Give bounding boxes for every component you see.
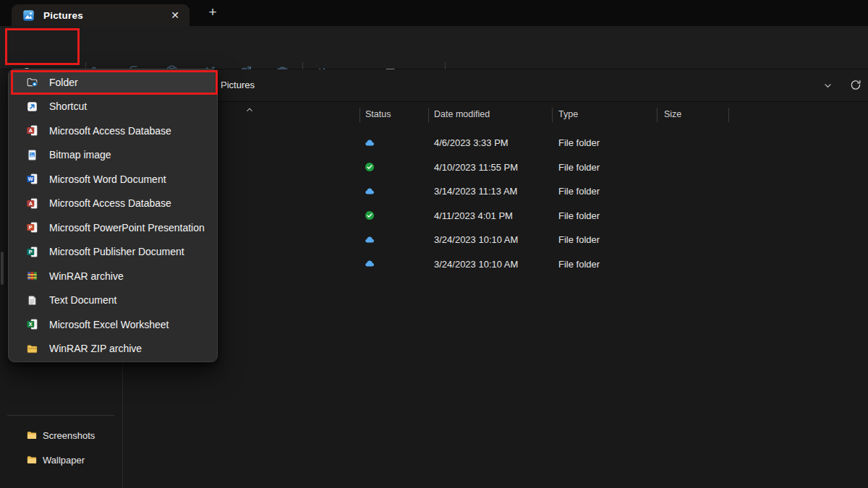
- tab-bar: Pictures ✕ +: [0, 0, 868, 26]
- refresh-icon[interactable]: [849, 79, 862, 92]
- column-divider[interactable]: [428, 108, 429, 122]
- highlight-box-new-button: [5, 28, 80, 65]
- context-menu-item[interactable]: Bitmap image: [11, 143, 215, 168]
- file-row[interactable]: 4/10/2023 11:55 PM File folder: [123, 155, 868, 180]
- cloud-icon: [364, 234, 375, 246]
- bitmap-icon: [26, 149, 38, 161]
- type-cell: File folder: [558, 228, 600, 252]
- sidebar-item-label: Screenshots: [42, 430, 95, 441]
- column-header-row: Status Date modified Type Size: [123, 102, 868, 127]
- breadcrumb-path[interactable]: Pictures: [221, 69, 255, 101]
- sidebar-item-label: Wallpaper: [42, 455, 85, 466]
- text-doc-icon: [26, 294, 38, 307]
- type-cell: File folder: [558, 155, 600, 180]
- column-header-type[interactable]: Type: [558, 102, 578, 127]
- excel-icon: [26, 318, 38, 330]
- address-bar[interactable]: Pictures: [123, 69, 868, 102]
- menu-item-label: Microsoft Access Database: [49, 197, 171, 209]
- file-row[interactable]: 3/24/2023 10:10 AM File folder: [123, 252, 868, 277]
- cloud-icon: [364, 258, 375, 270]
- check-icon: [364, 161, 375, 173]
- pictures-icon: [22, 9, 35, 22]
- word-icon: [26, 173, 38, 185]
- menu-item-label: Text Document: [49, 294, 116, 306]
- date-modified-cell: 3/14/2023 11:13 AM: [434, 179, 517, 204]
- file-row[interactable]: 4/6/2023 3:33 PM File folder: [123, 131, 868, 155]
- access-icon: [26, 124, 38, 137]
- column-divider[interactable]: [657, 108, 658, 122]
- context-menu-item[interactable]: Microsoft Publisher Document: [11, 240, 215, 265]
- zip-icon: [26, 343, 38, 355]
- type-cell: File folder: [558, 252, 600, 277]
- type-cell: File folder: [558, 204, 600, 228]
- type-cell: File folder: [558, 131, 600, 155]
- context-menu-item[interactable]: Text Document: [11, 288, 215, 313]
- context-menu-item[interactable]: Microsoft Access Database: [11, 192, 215, 216]
- menu-item-label: WinRAR archive: [49, 270, 124, 282]
- file-row[interactable]: 3/14/2023 11:13 AM File folder: [123, 179, 868, 204]
- type-cell: File folder: [558, 179, 600, 204]
- shortcut-icon: [26, 100, 38, 113]
- folder-icon: [26, 454, 38, 466]
- context-menu-item[interactable]: Shortcut: [11, 95, 215, 119]
- winrar-icon: [26, 270, 38, 282]
- cloud-icon: [364, 186, 375, 197]
- folder-icon: [26, 429, 38, 441]
- context-menu-item[interactable]: WinRAR archive: [11, 264, 215, 288]
- address-chevron-down-icon[interactable]: [823, 81, 833, 90]
- context-menu-item[interactable]: Microsoft Excel Worksheet: [11, 312, 215, 337]
- column-divider[interactable]: [552, 108, 553, 122]
- column-header-status[interactable]: Status: [365, 102, 391, 127]
- menu-item-label: Microsoft Excel Worksheet: [49, 319, 169, 330]
- file-list: 4/6/2023 3:33 PM File folder 4/10/2023 1…: [123, 131, 868, 276]
- sidebar-folder-item[interactable]: Screenshots: [0, 423, 122, 448]
- new-context-menu: Folder Shortcut Microsoft Access Databas…: [8, 69, 218, 362]
- context-menu-item[interactable]: WinRAR ZIP archive: [11, 337, 215, 361]
- menu-item-label: Bitmap image: [49, 149, 111, 160]
- menu-item-label: Microsoft PowerPoint Presentation: [49, 222, 205, 234]
- context-menu-item[interactable]: Microsoft Word Document: [11, 167, 215, 192]
- sidebar-folder-item[interactable]: Wallpaper: [0, 448, 122, 472]
- new-tab-button[interactable]: +: [203, 3, 222, 22]
- access-icon: [26, 197, 38, 210]
- check-icon: [364, 210, 375, 221]
- publisher-icon: [26, 246, 38, 258]
- tab-close-icon[interactable]: ✕: [168, 9, 182, 22]
- menu-item-label: Microsoft Word Document: [49, 174, 166, 185]
- date-modified-cell: 3/24/2023 10:10 AM: [434, 252, 518, 277]
- column-header-date-modified[interactable]: Date modified: [434, 102, 490, 127]
- date-modified-cell: 4/11/2023 4:01 PM: [434, 204, 513, 228]
- file-row[interactable]: 4/11/2023 4:01 PM File folder: [123, 204, 868, 228]
- file-row[interactable]: 3/24/2023 10:10 AM File folder: [123, 228, 868, 252]
- menu-item-label: Shortcut: [49, 100, 87, 112]
- column-divider[interactable]: [728, 108, 729, 122]
- tab-label: Pictures: [43, 10, 83, 21]
- column-divider[interactable]: [359, 108, 360, 122]
- sort-ascending-icon: [245, 106, 254, 114]
- menu-item-label: Microsoft Access Database: [49, 125, 171, 137]
- sidebar-folder-list: Screenshots Wallpaper: [0, 423, 122, 472]
- column-header-size[interactable]: Size: [664, 102, 681, 127]
- cloud-icon: [364, 137, 375, 149]
- command-toolbar: New Sort View: [0, 26, 868, 69]
- menu-item-label: WinRAR ZIP archive: [49, 343, 142, 354]
- context-menu-item[interactable]: Microsoft PowerPoint Presentation: [11, 215, 215, 240]
- sidebar-scrollbar[interactable]: [1, 252, 4, 285]
- tab-pictures[interactable]: Pictures ✕: [12, 4, 190, 26]
- context-menu-item[interactable]: Microsoft Access Database: [11, 119, 215, 143]
- date-modified-cell: 4/10/2023 11:55 PM: [434, 155, 518, 180]
- powerpoint-icon: [26, 221, 38, 234]
- sidebar-divider: [7, 415, 114, 416]
- date-modified-cell: 3/24/2023 10:10 AM: [434, 228, 518, 252]
- date-modified-cell: 4/6/2023 3:33 PM: [434, 131, 509, 155]
- highlight-box-folder-item: [11, 70, 218, 95]
- menu-item-label: Microsoft Publisher Document: [49, 246, 184, 257]
